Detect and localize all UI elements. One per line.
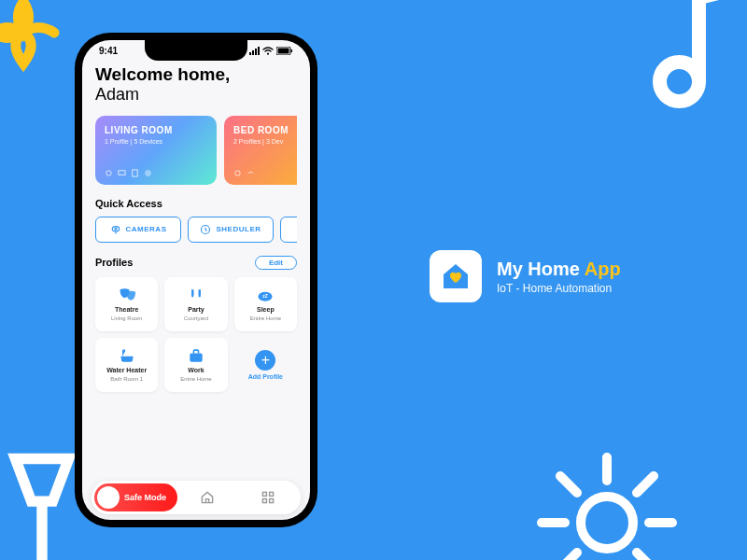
svg-rect-21	[269, 499, 273, 503]
profile-theatre[interactable]: Theatre Living Room	[95, 277, 158, 331]
music-note-icon	[630, 0, 747, 117]
svg-rect-19	[269, 492, 273, 496]
svg-rect-7	[119, 171, 125, 175]
quick-scheduler-button[interactable]: SHEDULER	[188, 217, 274, 243]
app-logo	[430, 250, 482, 302]
svg-text:zZ: zZ	[263, 294, 269, 300]
sleep-icon: zZ	[256, 287, 275, 303]
notch	[145, 40, 247, 61]
phone-screen: 9:41 Welcome home, Adam LIVING ROOM 1 Pr…	[82, 40, 310, 520]
room-subtitle: 2 Profiles | 3 Dev	[233, 138, 297, 145]
room-title: BED ROOM	[233, 125, 297, 135]
svg-rect-5	[291, 49, 293, 52]
rooms-row[interactable]: LIVING ROOM 1 Profile | 5 Devices BED RO…	[95, 116, 297, 185]
safe-mode-toggle[interactable]: Safe Mode	[94, 483, 177, 511]
sun-icon	[514, 429, 700, 560]
theatre-masks-icon	[118, 287, 136, 303]
profiles-grid: Theatre Living Room Party Courtyard zZ S…	[95, 277, 297, 392]
svg-rect-17	[190, 354, 202, 362]
svg-point-10	[148, 172, 149, 174]
svg-point-12	[112, 227, 120, 231]
status-time: 9:41	[99, 46, 118, 56]
svg-rect-18	[262, 492, 266, 496]
quick-access-row: CAMERAS SHEDULER US	[95, 217, 297, 243]
clock-icon	[200, 224, 211, 235]
add-profile-button[interactable]: + Add Profile	[234, 338, 297, 392]
room-title: LIVING ROOM	[105, 125, 207, 135]
flower-deco-icon	[0, 0, 75, 84]
profile-work[interactable]: Work Entire Home	[164, 338, 227, 392]
profiles-title: Profiles	[95, 257, 133, 268]
cheers-icon	[187, 287, 205, 303]
battery-icon	[276, 47, 293, 55]
bathtub-icon	[118, 347, 136, 364]
quick-access-title: Quick Access	[95, 198, 297, 209]
svg-rect-20	[262, 499, 266, 503]
svg-point-1	[581, 497, 633, 549]
profile-sleep[interactable]: zZ Sleep Entire Home	[234, 277, 297, 331]
svg-point-6	[106, 171, 111, 175]
greeting-name: Adam	[95, 85, 297, 105]
room-card-bed-room[interactable]: BED ROOM 2 Profiles | 3 Dev	[224, 116, 297, 185]
greeting-line1: Welcome home,	[95, 65, 297, 85]
room-subtitle: 1 Profile | 5 Devices	[105, 138, 207, 145]
brand-block: My Home App IoT - Home Automation	[430, 250, 621, 302]
signal-icon	[249, 47, 260, 55]
room-card-living-room[interactable]: LIVING ROOM 1 Profile | 5 Devices	[95, 116, 217, 185]
quick-cameras-button[interactable]: CAMERAS	[95, 217, 181, 243]
phone-frame: 9:41 Welcome home, Adam LIVING ROOM 1 Pr…	[75, 33, 317, 527]
svg-point-9	[146, 171, 150, 175]
svg-point-2	[267, 53, 269, 55]
wifi-icon	[262, 47, 274, 55]
home-icon[interactable]	[200, 490, 215, 505]
grid-icon[interactable]	[261, 490, 275, 505]
edit-button[interactable]: Edit	[255, 256, 297, 270]
svg-rect-4	[278, 49, 289, 54]
room-device-icons	[105, 169, 152, 177]
svg-point-11	[235, 171, 240, 175]
camera-icon	[110, 224, 121, 235]
brand-subtitle: IoT - Home Automation	[497, 282, 621, 295]
svg-point-13	[114, 228, 116, 230]
quick-usage-button[interactable]: US	[280, 217, 297, 243]
toggle-knob	[97, 486, 120, 509]
profile-water-heater[interactable]: Water Heater Bath Room 1	[95, 338, 158, 392]
svg-rect-8	[133, 170, 137, 176]
briefcase-icon	[187, 347, 205, 364]
bottom-nav: Safe Mode	[92, 481, 301, 514]
brand-title: My Home App	[497, 259, 621, 280]
plus-icon: +	[255, 350, 275, 371]
room-device-icons	[233, 169, 255, 177]
profile-party[interactable]: Party Courtyard	[164, 277, 227, 331]
